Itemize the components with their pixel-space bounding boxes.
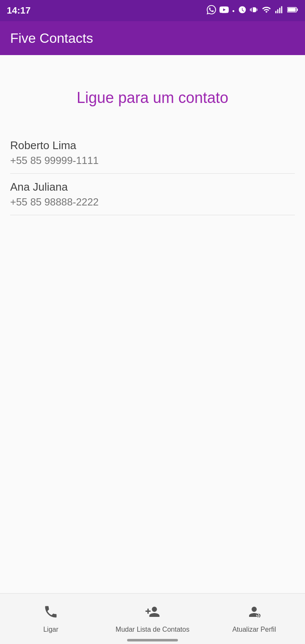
nav-item-ligar[interactable]: Ligar bbox=[0, 604, 102, 633]
dot-icon: ● bbox=[232, 8, 235, 13]
contact-name-roberto: Roberto Lima bbox=[10, 139, 295, 152]
nav-item-mudar-lista[interactable]: Mudar Lista de Contatos bbox=[102, 604, 203, 633]
app-bar: Five Contacts bbox=[0, 21, 305, 55]
whatsapp-icon bbox=[207, 5, 216, 17]
wifi-icon bbox=[262, 5, 271, 17]
nav-label-atualizar-perfil: Atualizar Perfil bbox=[232, 626, 276, 633]
person-settings-icon bbox=[247, 604, 262, 623]
contact-item-roberto[interactable]: Roberto Lima +55 85 99999-1111 bbox=[10, 132, 295, 174]
youtube-icon bbox=[219, 5, 229, 17]
vibrate-icon bbox=[250, 6, 258, 16]
nav-label-mudar-lista: Mudar Lista de Contatos bbox=[116, 626, 189, 633]
battery-icon bbox=[287, 6, 298, 16]
svg-rect-3 bbox=[281, 6, 283, 13]
svg-rect-6 bbox=[288, 8, 296, 11]
svg-rect-0 bbox=[275, 11, 277, 13]
nav-item-atualizar-perfil[interactable]: Atualizar Perfil bbox=[203, 604, 305, 633]
contact-list: Roberto Lima +55 85 99999-1111 Ana Julia… bbox=[0, 132, 305, 215]
status-time: 14:17 bbox=[7, 5, 30, 16]
svg-rect-1 bbox=[277, 9, 278, 13]
contact-phone-roberto: +55 85 99999-1111 bbox=[10, 155, 295, 167]
app-title: Five Contacts bbox=[10, 31, 93, 46]
svg-rect-5 bbox=[297, 8, 298, 11]
main-content: Ligue para um contato Roberto Lima +55 8… bbox=[0, 55, 305, 593]
status-bar: 14:17 ● bbox=[0, 0, 305, 21]
contact-item-ana[interactable]: Ana Juliana +55 85 98888-2222 bbox=[10, 174, 295, 215]
call-heading: Ligue para um contato bbox=[0, 55, 305, 132]
home-indicator bbox=[127, 639, 178, 641]
alarm-icon bbox=[238, 6, 247, 16]
contact-phone-ana: +55 85 98888-2222 bbox=[10, 196, 295, 208]
bottom-nav: Ligar Mudar Lista de Contatos Atualizar … bbox=[0, 593, 305, 644]
add-person-icon bbox=[145, 604, 160, 623]
contact-name-ana: Ana Juliana bbox=[10, 180, 295, 194]
phone-icon bbox=[43, 604, 58, 623]
nav-label-ligar: Ligar bbox=[43, 626, 58, 633]
svg-rect-2 bbox=[279, 8, 280, 13]
status-icons: ● bbox=[207, 5, 298, 17]
signal-icon bbox=[274, 5, 284, 17]
